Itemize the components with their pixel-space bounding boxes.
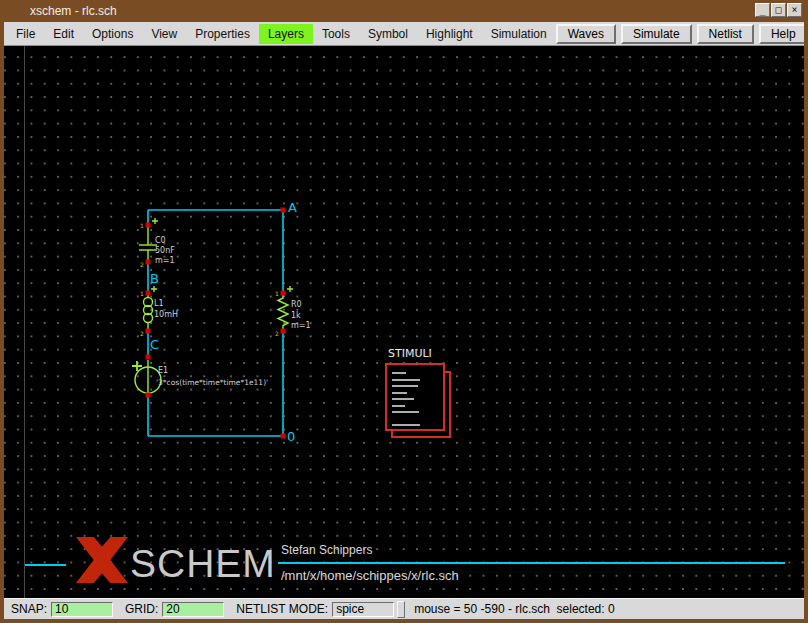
author-text: Stefan Schippers xyxy=(281,543,372,557)
capacitor-ref: C0 xyxy=(155,236,166,245)
capacitor-pin1-number: 1 xyxy=(140,222,144,229)
xschem-logo: SCHEM xyxy=(76,537,276,583)
menu-view[interactable]: View xyxy=(142,24,186,44)
resistor-pin1-number: 1 xyxy=(275,290,279,297)
snap-label: SNAP: xyxy=(11,602,47,616)
statusbar-separator xyxy=(397,601,405,618)
voltage-source-symbol[interactable]: E1 '3*cos(time*time*time*1e11)' xyxy=(132,360,268,393)
net-label-b[interactable]: B xyxy=(150,271,159,286)
xschem-logo-text: SCHEM xyxy=(130,544,276,583)
grid-input[interactable] xyxy=(162,602,224,617)
close-button[interactable]: × xyxy=(787,3,802,17)
resistor-mult: m=1 xyxy=(291,321,311,330)
window-title: xschem - rlc.sch xyxy=(30,4,117,18)
resistor-symbol[interactable]: R0 1k m=1 1 2 xyxy=(275,286,311,337)
simulate-button[interactable]: Simulate xyxy=(621,24,692,44)
minimize-button[interactable]: _ xyxy=(755,3,770,17)
net-label-c[interactable]: C xyxy=(150,337,159,352)
menu-properties[interactable]: Properties xyxy=(186,24,259,44)
source-value: '3*cos(time*time*time*1e11)' xyxy=(156,378,268,387)
window-buttons: _ □ × xyxy=(755,3,802,17)
code-block-front-sheet xyxy=(386,364,444,430)
menu-options[interactable]: Options xyxy=(83,24,142,44)
schematic-canvas[interactable]: C0 50nF m=1 1 2 L1 10mH 1 2 xyxy=(4,46,804,598)
capacitor-mult: m=1 xyxy=(155,256,175,265)
menu-tools[interactable]: Tools xyxy=(313,24,359,44)
pin-markers xyxy=(146,208,286,439)
inductor-pin2-number: 2 xyxy=(140,330,144,337)
capacitor-value: 50nF xyxy=(155,246,175,255)
resistor-pin2-number: 2 xyxy=(275,330,279,337)
inductor-pin1-number: 1 xyxy=(140,290,144,297)
stimuli-label: STIMULI xyxy=(388,347,432,360)
resistor-ref: R0 xyxy=(291,300,302,309)
capacitor-symbol[interactable]: C0 50nF m=1 1 2 xyxy=(139,218,175,268)
wires[interactable] xyxy=(148,210,283,436)
resistor-value: 1k xyxy=(291,311,301,320)
net-label-a[interactable]: A xyxy=(288,200,297,215)
source-ref: E1 xyxy=(158,366,168,375)
snap-input[interactable] xyxy=(51,602,113,617)
title-block-rule-line xyxy=(278,562,785,564)
stimuli-block[interactable]: STIMULI xyxy=(386,347,450,437)
menubar-actions: Waves Simulate Netlist Help xyxy=(556,24,808,44)
inductor-value: 10mH xyxy=(154,310,178,319)
netlist-mode-input[interactable] xyxy=(332,602,394,617)
mouse-coordinates-text: mouse = 50 -590 - rlc.sch selected: 0 xyxy=(414,602,614,616)
titlebar[interactable]: xschem - rlc.sch _ □ × xyxy=(4,0,804,22)
maximize-button[interactable]: □ xyxy=(771,3,786,17)
menu-highlight[interactable]: Highlight xyxy=(417,24,482,44)
title-block-left-line xyxy=(25,564,66,566)
xschem-logo-x-icon xyxy=(76,537,128,583)
capacitor-pin2-number: 2 xyxy=(140,261,144,268)
menu-layers[interactable]: Layers xyxy=(259,24,313,44)
grid-label: GRID: xyxy=(125,602,158,616)
help-button[interactable]: Help xyxy=(759,24,808,44)
netlist-mode-label: NETLIST MODE: xyxy=(236,602,328,616)
schematic-file-path: /mnt/x/home/schippes/x/rlc.sch xyxy=(281,568,459,583)
menu-simulation[interactable]: Simulation xyxy=(482,24,556,44)
rlc-circuit-drawing: C0 50nF m=1 1 2 L1 10mH 1 2 xyxy=(4,46,804,598)
menu-file[interactable]: File xyxy=(7,24,44,44)
waves-button[interactable]: Waves xyxy=(556,24,616,44)
netlist-button[interactable]: Netlist xyxy=(697,24,754,44)
statusbar: SNAP: GRID: NETLIST MODE: mouse = 50 -59… xyxy=(4,598,804,619)
inductor-ref: L1 xyxy=(154,299,164,308)
menu-edit[interactable]: Edit xyxy=(44,24,83,44)
menu-symbol[interactable]: Symbol xyxy=(359,24,417,44)
net-label-gnd[interactable]: 0 xyxy=(287,429,295,444)
menubar: File Edit Options View Properties Layers… xyxy=(4,22,804,46)
xschem-window: xschem - rlc.sch _ □ × File Edit Options… xyxy=(0,0,808,623)
